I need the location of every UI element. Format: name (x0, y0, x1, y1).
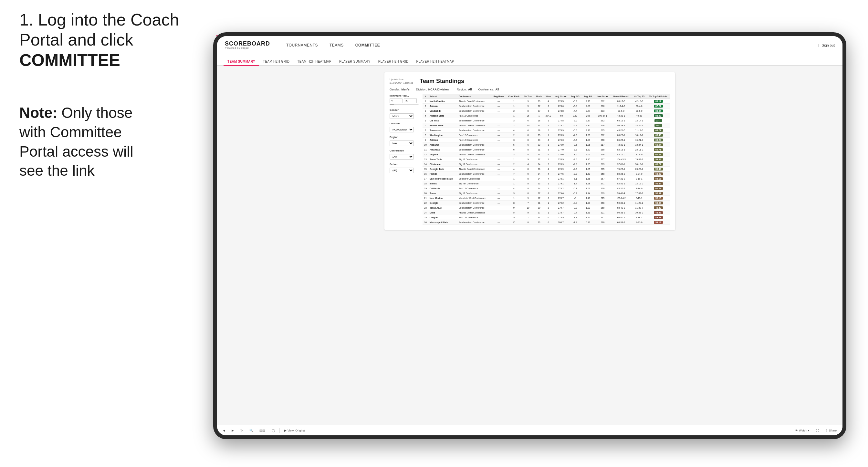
tablet-frame: SCOREBOARD Powered by clippd TOURNAMENTS… (213, 32, 846, 439)
toolbar-refresh[interactable]: ↻ (239, 428, 245, 433)
share-icon: ⇧ (825, 429, 828, 432)
conference-select[interactable]: (All) (390, 154, 414, 160)
toolbar-view-original[interactable]: ▶ View: Original (282, 428, 307, 433)
table-row: 24 Duke Atlantic Coast Conference — 5 9 … (423, 210, 670, 215)
nav-bar: SCOREBOARD Powered by clippd TOURNAMENTS… (217, 36, 842, 54)
col-conference: Conference (458, 94, 491, 99)
table-row: 6 Florida State Atlantic Coast Conferenc… (423, 123, 670, 128)
col-rank: # (423, 94, 428, 99)
table-row: 10 Alabama Southeastern Conference — 5 6… (423, 143, 670, 147)
toolbar-more-1[interactable]: ▤▤ (257, 428, 267, 433)
col-school: School (428, 94, 458, 99)
toolbar-watch[interactable]: 👁 Watch ▾ (793, 428, 811, 433)
slider-track (390, 104, 418, 105)
tablet-screen: SCOREBOARD Powered by clippd TOURNAMENTS… (217, 36, 842, 435)
sub-nav-player-h2h-heatmap[interactable]: PLAYER H2H HEATMAP (412, 58, 458, 66)
col-vs-top50: Vs Top 50 Points (646, 94, 670, 99)
logo-area: SCOREBOARD Powered by clippd (225, 41, 270, 50)
col-conf-rank: Conf Rank (506, 94, 522, 99)
col-low-score: Low Score (595, 94, 611, 99)
table-container: # School Conference Reg Rank Conf Rank N… (423, 94, 670, 225)
table-row: 5 Ole Miss Southeastern Conference — 3 6… (423, 118, 670, 123)
toolbar-forward[interactable]: ▶ (230, 428, 236, 433)
table-row: 14 Oklahoma Big 12 Conference — 2 4 24 2… (423, 162, 670, 167)
update-time: Update time: 27/03/2024 16:56:26 (390, 77, 413, 85)
division-select[interactable]: NCAA Division I (390, 127, 414, 132)
region-select[interactable]: N/A All (390, 141, 414, 146)
main-content: Update time: 27/03/2024 16:56:26 Team St… (217, 66, 842, 425)
table-row: 16 Florida Southeastern Conference — 7 9… (423, 172, 670, 176)
col-overall-record: Overall Record (611, 94, 632, 99)
panel-title: Team Standings (420, 78, 464, 85)
col-avg-rd: Avg. Rd. (582, 94, 595, 99)
panel-header: Update time: 27/03/2024 16:56:26 Team St… (390, 77, 670, 85)
toolbar-clock[interactable]: ◯ (270, 428, 277, 433)
nav-committee[interactable]: COMMITTEE (351, 41, 385, 50)
sub-nav: TEAM SUMMARY TEAM H2H GRID TEAM H2H HEAT… (217, 54, 842, 66)
filter-gender: Gender: Men's (390, 88, 410, 91)
note-text: Note: Only those with Committee Portal a… (20, 103, 158, 181)
table-row: 19 California Pac-12 Conference — 4 8 24… (423, 186, 670, 191)
sub-nav-team-h2h-heatmap[interactable]: TEAM H2H HEATMAP (293, 58, 335, 66)
table-row: 13 Texas Tech Big 12 Conference — 1 9 27… (423, 157, 670, 162)
slider-container[interactable] (390, 104, 418, 105)
table-row: 4 Arizona State Pac-12 Conference — 1 26… (423, 113, 670, 118)
toolbar-screenshot[interactable]: ⛶ (814, 428, 821, 433)
table-row: 3 Vanderbilt Southeastern Conference — 2… (423, 108, 670, 113)
toolbar-right: 👁 Watch ▾ ⛶ ⇧ Share (793, 428, 839, 433)
table-row: 26 Mississippi State Southeastern Confer… (423, 220, 670, 225)
max-rou-input[interactable] (404, 98, 417, 103)
filter-division: Division: NCAA Division I (416, 88, 450, 91)
filter-group-min-rou: Minimum Rou... (390, 94, 418, 105)
table-row: 1 North Carolina Atlantic Coast Conferen… (423, 99, 670, 104)
note-area: Note: Only those with Committee Portal a… (20, 103, 158, 181)
toolbar-zoom[interactable]: 🔍 (247, 428, 255, 433)
table-row: 18 Illinois Big Ten Conference — 1 8 23 … (423, 181, 670, 186)
col-no-tour: No Tour (522, 94, 534, 99)
sub-nav-team-h2h-grid[interactable]: TEAM H2H GRID (259, 58, 293, 66)
school-select[interactable]: (All) (390, 167, 414, 173)
table-row: 17 East Tennessee State Southern Confere… (423, 176, 670, 181)
table-row: 15 Georgia Tech Atlantic Coast Conferenc… (423, 167, 670, 172)
logo-text: SCOREBOARD (225, 41, 270, 46)
nav-teams[interactable]: TEAMS (325, 41, 348, 50)
logo-subtitle: Powered by clippd (225, 46, 270, 50)
table-row: 22 Georgia Southeastern Conference — 8 7… (423, 200, 670, 206)
step-instruction: 1. Log into the Coach Portal and click C… (20, 10, 207, 70)
col-reg-rank: Reg Rank (491, 94, 506, 99)
watch-icon: 👁 (795, 429, 798, 432)
min-rou-input[interactable] (390, 98, 403, 103)
table-row: 7 Tennessee Southeastern Conference — 4 … (423, 128, 670, 133)
filter-group-gender: Gender Men's Women's (390, 108, 418, 119)
filter-min-max (390, 98, 418, 103)
gender-select[interactable]: Men's Women's (390, 113, 414, 119)
col-avg-sg: Avg. SG (568, 94, 582, 99)
table-row: 9 Arizona Pac-12 Conference — 3 8 23 4 2… (423, 137, 670, 143)
table-row: 11 Arkansas Southeastern Conference — 6 … (423, 147, 670, 152)
table-row: 23 Texas A&M Southeastern Conference — 9… (423, 206, 670, 210)
sign-out-button[interactable]: Sign out (822, 43, 835, 47)
sub-nav-team-summary[interactable]: TEAM SUMMARY (223, 58, 259, 66)
toolbar-back[interactable]: ◀ (221, 428, 227, 433)
sub-nav-player-h2h-grid[interactable]: PLAYER H2H GRID (374, 58, 412, 66)
filter-region: Region: All (457, 88, 472, 91)
table-row: 21 New Mexico Mountain West Conference —… (423, 196, 670, 200)
filter-group-division: Division NCAA Division I (390, 122, 418, 132)
filter-row: Gender: Men's Division: NCAA Division I … (390, 88, 670, 91)
instruction-area: 1. Log into the Coach Portal and click C… (20, 10, 207, 70)
table-row: 2 Auburn Southeastern Conference — 1 9 2… (423, 104, 670, 108)
toolbar-separator-1 (279, 428, 280, 433)
col-adj-score: Adj. Score (553, 94, 568, 99)
filter-group-region: Region N/A All (390, 136, 418, 146)
table-row: 12 Virginia Atlantic Coast Conference — … (423, 152, 670, 157)
table-row: 8 Washington Pac-12 Conference — 2 8 23 … (423, 133, 670, 137)
standings-table: # School Conference Reg Rank Conf Rank N… (423, 94, 670, 225)
sub-nav-player-summary[interactable]: PLAYER SUMMARY (335, 58, 374, 66)
content-body: Minimum Rou... (390, 94, 670, 225)
table-row: 25 Oregon Pac-12 Conference — 5 7 21 0 2… (423, 215, 670, 220)
sidebar-filters: Minimum Rou... (390, 94, 418, 225)
nav-tournaments[interactable]: TOURNAMENTS (282, 41, 322, 50)
toolbar-share[interactable]: ⇧ Share (824, 428, 839, 433)
nav-links: TOURNAMENTS TEAMS COMMITTEE (282, 41, 818, 50)
standings-panel: Update time: 27/03/2024 16:56:26 Team St… (384, 72, 675, 230)
